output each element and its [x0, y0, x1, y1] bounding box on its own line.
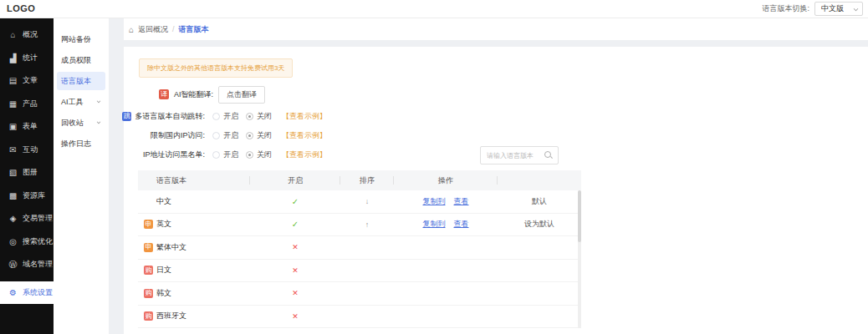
- enabled-check-icon: ✓: [250, 220, 340, 229]
- sidebar-item-forms[interactable]: ▣表单: [0, 115, 54, 139]
- table-row: 购日文✕: [138, 260, 581, 283]
- language-table: 语言版本开启排序操作 申中文✓↓复制到查看默认申英文✓↑复制到查看设为默认申繁体…: [138, 170, 581, 328]
- search-icon[interactable]: [544, 150, 554, 160]
- operations-cell: 复制到查看: [394, 196, 498, 207]
- clipboard-icon: ▣: [8, 122, 18, 131]
- table-header-cell: [498, 170, 581, 190]
- radio-off-ip-blacklist[interactable]: [246, 151, 253, 159]
- radio-on-ip-blacklist[interactable]: [212, 151, 220, 159]
- subsidebar-item-languages[interactable]: 语言版本: [57, 72, 105, 90]
- language-badge-icon: 购: [144, 311, 153, 321]
- setting-label: IP地址访问黑名单:: [143, 149, 205, 160]
- radio-off-auto-redirect[interactable]: [246, 113, 253, 120]
- sidebar-item-label: 交易管理: [23, 213, 53, 224]
- sidebar-item-trade[interactable]: ◈交易管理: [0, 207, 54, 230]
- scrollbar-thumb[interactable]: [578, 190, 581, 242]
- setting-label: 限制国内IP访问:: [151, 130, 205, 141]
- radio-on-limit-cn-ip[interactable]: [212, 132, 220, 139]
- sidebar-item-library[interactable]: ▩资源库: [0, 185, 54, 208]
- op-link[interactable]: 查看: [454, 196, 469, 207]
- click-translate-button[interactable]: 点击翻译: [218, 86, 265, 104]
- disabled-cross-icon: ✕: [250, 266, 340, 275]
- radio-on-label[interactable]: 开启: [223, 111, 238, 122]
- subsidebar-item-ai-tools[interactable]: AI工具: [57, 93, 105, 111]
- subsidebar-item-members[interactable]: 成员权限: [57, 51, 105, 69]
- sidebar-item-articles[interactable]: ▤文章: [0, 69, 54, 93]
- breadcrumb-back-link[interactable]: 返回概况: [138, 24, 168, 35]
- op-link[interactable]: 复制到: [423, 219, 446, 230]
- setting-row-auto-redirect: 跳多语言版本自动跳转:开启关闭【查看示例】: [124, 109, 327, 123]
- subsidebar-item-backup[interactable]: 网站备份: [57, 30, 105, 48]
- table-row: 申繁体中文✕: [138, 236, 581, 260]
- language-select-dropdown[interactable]: 中文版: [814, 2, 863, 16]
- sidebar-item-label: 表单: [23, 121, 38, 132]
- image-icon: ▧: [8, 168, 18, 177]
- sidebar-item-label: 图册: [23, 167, 38, 178]
- radio-off-limit-cn-ip[interactable]: [246, 132, 253, 139]
- grid-icon: ▦: [8, 99, 18, 109]
- sidebar-item-interact[interactable]: ✉互动: [0, 139, 54, 162]
- sidebar-item-stats[interactable]: ▟统计: [0, 47, 54, 70]
- sidebar-item-label: 系统设置: [23, 287, 53, 298]
- briefcase-icon: ◈: [8, 214, 18, 223]
- enabled-check-icon: ✓: [250, 197, 340, 206]
- radio-off-label[interactable]: 关闭: [257, 149, 272, 160]
- setting-row-limit-cn-ip: 限制国内IP访问:开启关闭【查看示例】: [124, 129, 327, 142]
- language-name-cell: 申英文: [138, 219, 250, 230]
- view-example-link[interactable]: 【查看示例】: [282, 130, 327, 141]
- setting-label: 多语言版本自动跳转:: [135, 111, 205, 122]
- radio-off-label[interactable]: 关闭: [257, 130, 272, 141]
- chevron-down-icon: [854, 7, 859, 12]
- language-name: 西班牙文: [156, 311, 186, 321]
- sort-arrow-icon[interactable]: ↑: [340, 220, 394, 229]
- subsidebar-item-recycle[interactable]: 回收站: [57, 114, 105, 132]
- sidebar-item-domain[interactable]: Ⓦ域名管理: [0, 253, 54, 276]
- language-name-cell: 购西班牙文: [138, 311, 250, 321]
- table-scrollbar[interactable]: [578, 190, 581, 328]
- chevron-down-icon: [97, 120, 101, 124]
- subsidebar-item-logs[interactable]: 操作日志: [57, 134, 105, 153]
- language-name: 中文: [156, 196, 171, 207]
- language-badge-icon: 购: [144, 266, 153, 275]
- view-example-link[interactable]: 【查看示例】: [282, 111, 327, 122]
- disabled-cross-icon: ✕: [250, 243, 340, 251]
- sidebar-item-overview[interactable]: ⌂概况: [0, 23, 54, 47]
- ai-translate-icon: 译: [159, 89, 169, 99]
- operations-cell: 复制到查看: [394, 219, 498, 230]
- radio-off-label[interactable]: 关闭: [257, 111, 272, 122]
- view-example-link[interactable]: 【查看示例】: [282, 149, 327, 160]
- language-badge-icon: 申: [144, 220, 153, 229]
- default-action[interactable]: 设为默认: [498, 219, 581, 230]
- library-icon: ▩: [8, 191, 18, 200]
- table-header-row: 语言版本开启排序操作: [138, 170, 581, 190]
- op-link[interactable]: 查看: [454, 219, 469, 230]
- radio-on-label[interactable]: 开启: [223, 149, 238, 160]
- sidebar-item-label: 搜索优化: [23, 236, 53, 247]
- table-row: 购西班牙文✕: [138, 306, 581, 329]
- document-icon: ▤: [8, 76, 18, 85]
- sidebar-item-label: 产品: [23, 99, 38, 109]
- sort-arrow-icon[interactable]: ↓: [340, 197, 394, 205]
- home-icon: ⌂: [8, 30, 18, 39]
- radio-on-label[interactable]: 开启: [223, 130, 238, 141]
- top-bar: LOGO 语言版本切换: 中文版: [0, 0, 868, 18]
- language-name: 韩文: [156, 288, 171, 299]
- language-select-value: 中文版: [821, 3, 844, 14]
- table-row: 申中文✓↓复制到查看默认: [138, 190, 581, 214]
- language-search-input[interactable]: [481, 152, 544, 159]
- sidebar-item-label: 概况: [23, 29, 38, 40]
- breadcrumb-separator: /: [172, 25, 175, 33]
- sidebar-item-label: 互动: [23, 144, 38, 155]
- sidebar-item-albums[interactable]: ▧图册: [0, 161, 54, 185]
- radio-on-auto-redirect[interactable]: [212, 113, 220, 120]
- sidebar-item-system-settings[interactable]: ⚙ 系统设置: [0, 281, 54, 304]
- sidebar-item-seo[interactable]: ◎搜索优化: [0, 230, 54, 254]
- sidebar-item-products[interactable]: ▦产品: [0, 93, 54, 116]
- breadcrumb: ⌂ 返回概况 / 语言版本: [124, 18, 868, 40]
- main-area: ⌂ 返回概况 / 语言版本 除中文版之外的其他语言版本支持免费试用3天 译 AI…: [109, 18, 868, 334]
- disabled-cross-icon: ✕: [250, 312, 340, 321]
- language-search-box: [480, 146, 559, 164]
- table-header-cell: 排序: [340, 170, 394, 190]
- op-link[interactable]: 复制到: [423, 196, 446, 207]
- sidebar-item-label: 文章: [23, 75, 38, 86]
